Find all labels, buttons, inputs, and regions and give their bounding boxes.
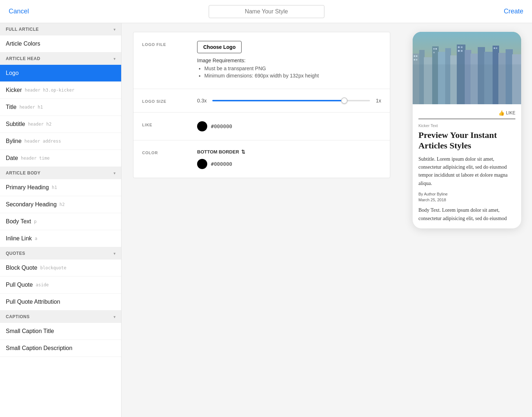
requirements-list: Must be a transparent PNG Minimum dimens… xyxy=(197,66,381,79)
create-button[interactable]: Create xyxy=(504,8,523,15)
block-quote-tag: blockquote xyxy=(40,265,66,270)
cancel-button[interactable]: Cancel xyxy=(9,8,29,15)
section-article-head[interactable]: ARTICLE HEAD ▾ xyxy=(0,52,121,65)
article-byline: By Author Byline xyxy=(418,192,515,196)
small-caption-title-label: Small Caption Title xyxy=(6,328,54,334)
chevron-down-icon: ▾ xyxy=(114,171,116,175)
sidebar-item-small-caption-title[interactable]: Small Caption Title xyxy=(0,323,121,340)
choose-logo-button[interactable]: Choose Logo xyxy=(197,41,242,53)
top-header: Cancel Create xyxy=(0,0,532,23)
requirement-item: Minimum dimensions: 690px width by 132px… xyxy=(204,73,381,79)
svg-rect-20 xyxy=(416,59,417,60)
svg-rect-22 xyxy=(435,48,437,50)
article-subtitle: Subtitle. Lorem ipsum dolor sit amet, co… xyxy=(418,155,515,188)
article-date: March 25, 2018 xyxy=(418,198,515,202)
svg-rect-18 xyxy=(416,55,417,57)
sidebar-item-inline-link[interactable]: Inline Link a xyxy=(0,230,121,247)
like-value: #000000 xyxy=(197,121,381,131)
like-bar: 👍 LIKE xyxy=(418,110,515,119)
inline-link-label: Inline Link xyxy=(6,235,32,242)
like-color-swatch[interactable] xyxy=(197,121,207,131)
pull-quote-tag: aside xyxy=(36,282,49,287)
inline-link-tag: a xyxy=(35,236,37,241)
bottom-border-color-row: #000000 xyxy=(197,159,381,169)
sidebar-item-date[interactable]: Date header time xyxy=(0,150,121,167)
pull-quote-label: Pull Quote xyxy=(6,282,33,288)
article-image xyxy=(413,32,521,104)
logo-file-row: LOGO FILE Choose Logo Image Requirements… xyxy=(133,32,390,89)
sidebar-item-byline[interactable]: Byline header address xyxy=(0,133,121,150)
thumbs-up-icon: 👍 xyxy=(498,110,505,116)
settings-card: LOGO FILE Choose Logo Image Requirements… xyxy=(133,32,390,178)
sidebar-item-pull-quote-attribution[interactable]: Pull Quote Attribution xyxy=(0,294,121,311)
color-row: COLOR BOTTOM BORDER ⇅ #000000 xyxy=(133,140,390,178)
sidebar-item-secondary-heading[interactable]: Secondary Heading h2 xyxy=(0,196,121,213)
title-tag: header h1 xyxy=(20,105,43,110)
logo-size-label: LOGO SIZE xyxy=(142,98,186,104)
byline-tag: header address xyxy=(25,139,61,144)
logo-size-row: LOGO SIZE 0.3x 1x xyxy=(133,89,390,113)
sidebar-item-article-colors[interactable]: Article Colors xyxy=(0,35,121,52)
body-text-tag: p xyxy=(34,219,37,224)
date-tag: header time xyxy=(21,156,50,161)
sidebar: FULL ARTICLE ▾ Article Colors ARTICLE HE… xyxy=(0,23,122,417)
logo-file-label: LOGO FILE xyxy=(142,41,186,47)
like-color-row: #000000 xyxy=(197,121,381,131)
svg-rect-17 xyxy=(414,55,415,57)
sidebar-item-title[interactable]: Title header h1 xyxy=(0,99,121,116)
image-requirements-label: Image Requirements: xyxy=(197,58,381,63)
logo-file-value: Choose Logo Image Requirements: Must be … xyxy=(197,41,381,80)
sidebar-item-body-text[interactable]: Body Text p xyxy=(0,213,121,230)
sidebar-item-pull-quote[interactable]: Pull Quote aside xyxy=(0,277,121,294)
section-full-article-label: FULL ARTICLE xyxy=(6,27,39,32)
logo-size-value: 0.3x 1x xyxy=(197,98,381,104)
sidebar-item-primary-heading[interactable]: Primary Heading h1 xyxy=(0,179,121,196)
like-row: LIKE #000000 xyxy=(133,113,390,140)
color-value: BOTTOM BORDER ⇅ #000000 xyxy=(197,149,381,169)
section-full-article[interactable]: FULL ARTICLE ▾ xyxy=(0,23,121,35)
section-article-body-label: ARTICLE BODY xyxy=(6,170,41,176)
slider-max-label: 1x xyxy=(376,98,381,104)
svg-rect-28 xyxy=(494,47,495,49)
section-quotes-label: QUOTES xyxy=(6,251,25,256)
phone-mockup: 👍 LIKE Kicker Text Preview Your Instant … xyxy=(413,32,521,228)
kicker-tag: header h3.op-kicker xyxy=(25,88,74,93)
sidebar-item-kicker[interactable]: Kicker header h3.op-kicker xyxy=(0,82,121,99)
primary-heading-tag: h1 xyxy=(52,185,57,190)
kicker-label: Kicker xyxy=(6,87,22,93)
pull-quote-attribution-label: Pull Quote Attribution xyxy=(6,299,60,305)
bottom-border-text: BOTTOM BORDER xyxy=(197,149,239,155)
secondary-heading-label: Secondary Heading xyxy=(6,201,57,208)
sidebar-item-block-quote[interactable]: Block Quote blockquote xyxy=(0,260,121,277)
sidebar-item-logo[interactable]: Logo xyxy=(0,65,121,82)
slider-container: 0.3x 1x xyxy=(197,98,381,104)
sort-icon: ⇅ xyxy=(241,149,245,155)
logo-label: Logo xyxy=(6,70,19,76)
like-label: LIKE xyxy=(142,121,186,127)
chevron-down-icon: ▾ xyxy=(114,252,116,256)
primary-heading-label: Primary Heading xyxy=(6,184,49,191)
requirement-item: Must be a transparent PNG xyxy=(204,66,381,71)
style-name-input[interactable] xyxy=(209,5,324,18)
svg-rect-27 xyxy=(461,50,463,52)
bottom-border-color-value: #000000 xyxy=(211,161,232,167)
kicker-text: Kicker Text xyxy=(418,123,515,128)
article-body: Body Text. Lorem ipsum dolor sit amet, c… xyxy=(418,206,515,223)
sidebar-item-subtitle[interactable]: Subtitle header h2 xyxy=(0,116,121,133)
section-captions[interactable]: CAPTIONS ▾ xyxy=(0,311,121,323)
bottom-border-color-swatch[interactable] xyxy=(197,159,207,169)
section-article-body[interactable]: ARTICLE BODY ▾ xyxy=(0,167,121,179)
section-article-head-label: ARTICLE HEAD xyxy=(6,56,40,61)
body-text-label: Body Text xyxy=(6,218,31,225)
bottom-border-label[interactable]: BOTTOM BORDER ⇅ xyxy=(197,149,381,155)
phone-content: 👍 LIKE Kicker Text Preview Your Instant … xyxy=(413,104,521,228)
svg-rect-24 xyxy=(458,46,460,48)
date-label: Date xyxy=(6,155,18,161)
logo-size-slider[interactable] xyxy=(212,100,370,101)
sidebar-item-small-caption-description[interactable]: Small Caption Description xyxy=(0,340,121,357)
like-button[interactable]: 👍 LIKE xyxy=(498,110,515,116)
subtitle-tag: header h2 xyxy=(28,122,51,127)
chevron-down-icon: ▾ xyxy=(114,57,116,61)
section-quotes[interactable]: QUOTES ▾ xyxy=(0,247,121,260)
article-title: Preview Your Instant Articles Styles xyxy=(418,130,515,151)
